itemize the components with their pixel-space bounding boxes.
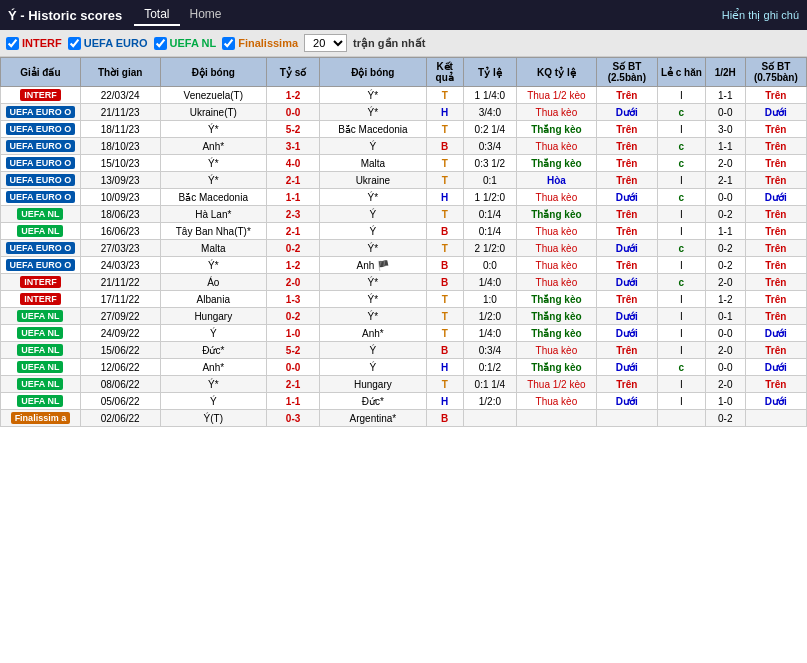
cell-team1: Hà Lan* [160, 206, 266, 223]
cell-kq: B [426, 274, 463, 291]
cell-kq: H [426, 189, 463, 206]
cell-kq: H [426, 393, 463, 410]
cell-kq: T [426, 206, 463, 223]
cell-half: 2-0 [705, 274, 745, 291]
cell-score: 1-2 [266, 87, 319, 104]
cell-team2: Ý* [320, 104, 426, 121]
score-link[interactable]: 0-0 [286, 107, 300, 118]
cell-giai: UEFA NL [1, 342, 81, 359]
cell-kq: T [426, 155, 463, 172]
cell-team1: Venezuela(T) [160, 87, 266, 104]
cell-so-bt: Dưới [596, 104, 657, 121]
cell-team2: Ukraine [320, 172, 426, 189]
count-select[interactable]: 20 10 30 50 [304, 34, 347, 52]
cell-le-chan: I [657, 376, 705, 393]
cell-half: 1-1 [705, 138, 745, 155]
score-link[interactable]: 2-1 [286, 379, 300, 390]
score-link[interactable]: 1-2 [286, 260, 300, 271]
score-link[interactable]: 1-1 [286, 396, 300, 407]
cell-half: 1-2 [705, 291, 745, 308]
table-row: UEFA NL 27/09/22 Hungary 0-2 Ý* T 1/2:0 … [1, 308, 807, 325]
tab-total[interactable]: Total [134, 4, 179, 26]
header-ty-so: Tỷ số [266, 58, 319, 87]
cell-so-bt: Trên [596, 138, 657, 155]
header-ket-qua: Kết quả [426, 58, 463, 87]
cell-half: 2-0 [705, 376, 745, 393]
cell-tyle: 1/4:0 [463, 274, 516, 291]
badge-giai: INTERF [20, 89, 61, 101]
filter-euro[interactable]: UEFA EURO [68, 37, 148, 50]
cell-team2: Ý* [320, 87, 426, 104]
score-link[interactable]: 2-3 [286, 209, 300, 220]
cell-date: 17/11/22 [80, 291, 160, 308]
cell-so-bt2: Trên [745, 223, 806, 240]
cell-team2: Anh 🏴 [320, 257, 426, 274]
badge-giai: UEFA EURO O [6, 242, 76, 254]
cell-kq: T [426, 172, 463, 189]
header-doi-bong1: Đội bóng [160, 58, 266, 87]
score-link[interactable]: 0-2 [286, 311, 300, 322]
cell-giai: UEFA EURO O [1, 104, 81, 121]
filter-nl[interactable]: UEFA NL [154, 37, 217, 50]
cell-so-bt: Dưới [596, 240, 657, 257]
score-link[interactable]: 4-0 [286, 158, 300, 169]
cell-so-bt [596, 410, 657, 427]
cell-giai: UEFA NL [1, 376, 81, 393]
score-link[interactable]: 0-3 [286, 413, 300, 424]
cell-team1: Anh* [160, 138, 266, 155]
cell-half: 0-0 [705, 325, 745, 342]
badge-giai: UEFA NL [17, 225, 63, 237]
score-link[interactable]: 1-0 [286, 328, 300, 339]
tab-home[interactable]: Home [180, 4, 232, 26]
filter-interf[interactable]: INTERF [6, 37, 62, 50]
cell-so-bt: Trên [596, 342, 657, 359]
table-row: UEFA NL 18/06/23 Hà Lan* 2-3 Ý T 0:1/4 T… [1, 206, 807, 223]
score-link[interactable]: 5-2 [286, 345, 300, 356]
cell-so-bt2: Dưới [745, 359, 806, 376]
header-ty-le: Tỷ lệ [463, 58, 516, 87]
score-link[interactable]: 2-1 [286, 226, 300, 237]
score-link[interactable]: 5-2 [286, 124, 300, 135]
cell-le-chan: I [657, 308, 705, 325]
cell-date: 15/10/23 [80, 155, 160, 172]
cell-so-bt2: Trên [745, 291, 806, 308]
cell-score: 1-1 [266, 393, 319, 410]
cell-team1: Ý* [160, 155, 266, 172]
cell-tyle: 0:3/4 [463, 342, 516, 359]
cell-date: 21/11/23 [80, 104, 160, 121]
score-link[interactable]: 1-2 [286, 90, 300, 101]
cell-team2: Ý [320, 223, 426, 240]
cell-score: 0-2 [266, 240, 319, 257]
app-title: Ý - Historic scores [8, 8, 122, 23]
cell-half: 0-2 [705, 410, 745, 427]
score-link[interactable]: 0-2 [286, 243, 300, 254]
cell-kq-tyle: Thắng kèo [516, 121, 596, 138]
cell-half: 2-1 [705, 172, 745, 189]
cell-kq: T [426, 308, 463, 325]
cell-le-chan: I [657, 291, 705, 308]
cell-team2: Ý* [320, 189, 426, 206]
cell-giai: INTERF [1, 274, 81, 291]
cell-half: 2-0 [705, 342, 745, 359]
score-link[interactable]: 2-1 [286, 175, 300, 186]
hien-thi-label[interactable]: Hiển thị ghi chú [722, 9, 799, 22]
cell-giai: INTERF [1, 291, 81, 308]
cell-le-chan: I [657, 206, 705, 223]
score-link[interactable]: 1-1 [286, 192, 300, 203]
badge-giai: INTERF [20, 293, 61, 305]
cell-score: 2-3 [266, 206, 319, 223]
cell-half: 0-2 [705, 240, 745, 257]
cell-half: 1-0 [705, 393, 745, 410]
cell-so-bt2: Trên [745, 257, 806, 274]
header-so-bt2: Số BT (0.75bàn) [745, 58, 806, 87]
cell-le-chan: c [657, 138, 705, 155]
cell-team2: Argentina* [320, 410, 426, 427]
cell-score: 2-1 [266, 172, 319, 189]
score-link[interactable]: 2-0 [286, 277, 300, 288]
badge-giai: UEFA EURO O [6, 123, 76, 135]
score-link[interactable]: 0-0 [286, 362, 300, 373]
score-link[interactable]: 1-3 [286, 294, 300, 305]
filter-final[interactable]: Finalissima [222, 37, 298, 50]
score-link[interactable]: 3-1 [286, 141, 300, 152]
cell-le-chan: I [657, 257, 705, 274]
